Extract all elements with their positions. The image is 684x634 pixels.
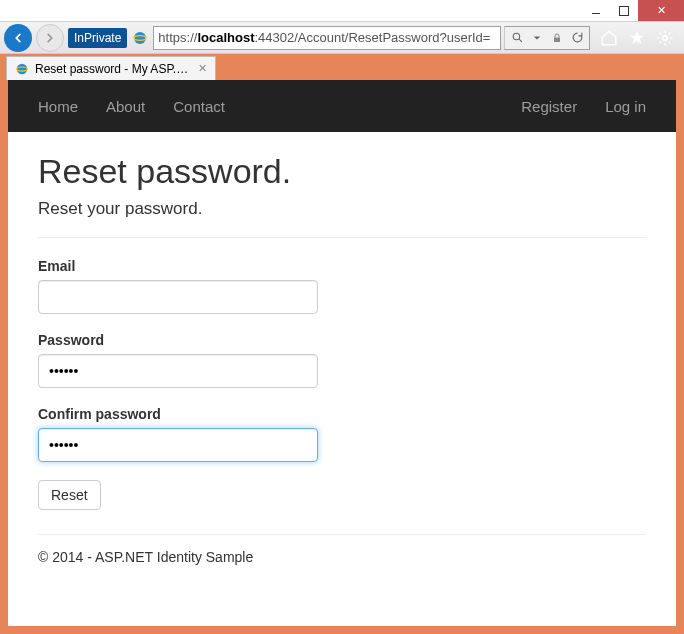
confirm-password-label: Confirm password xyxy=(38,406,646,422)
svg-point-2 xyxy=(513,33,520,40)
home-icon[interactable] xyxy=(600,29,618,47)
close-button[interactable] xyxy=(638,0,684,21)
password-label: Password xyxy=(38,332,646,348)
dropdown-icon[interactable] xyxy=(529,30,545,46)
address-bar[interactable]: https://localhost:44302/Account/ResetPas… xyxy=(153,26,501,50)
reset-button[interactable]: Reset xyxy=(38,480,101,510)
favicon-ie-icon xyxy=(15,62,29,76)
settings-icon[interactable] xyxy=(656,29,674,47)
back-button[interactable] xyxy=(4,24,32,52)
site-navbar: Home About Contact Register Log in xyxy=(8,80,676,132)
browser-tab[interactable]: Reset password - My ASP.N... ✕ xyxy=(6,56,216,80)
arrow-right-icon xyxy=(43,31,57,45)
svg-point-5 xyxy=(663,35,668,40)
svg-point-0 xyxy=(134,32,146,44)
favorites-icon[interactable] xyxy=(628,29,646,47)
url-path: :44302/Account/ResetPassword?userId= xyxy=(254,30,490,45)
nav-login[interactable]: Log in xyxy=(605,98,646,115)
toolbar-icons xyxy=(594,29,680,47)
browser-toolbar: InPrivate https://localhost:44302/Accoun… xyxy=(0,22,684,54)
forward-button[interactable] xyxy=(36,24,64,52)
page-heading: Reset password. xyxy=(38,152,646,191)
page-content: Reset password. Reset your password. Ema… xyxy=(8,132,676,585)
lock-icon[interactable] xyxy=(549,30,565,46)
email-input[interactable] xyxy=(38,280,318,314)
url-host: localhost xyxy=(197,30,254,45)
arrow-left-icon xyxy=(11,31,25,45)
tab-close-icon[interactable]: ✕ xyxy=(198,62,207,75)
nav-contact[interactable]: Contact xyxy=(173,98,225,115)
url-controls xyxy=(504,26,590,50)
maximize-button[interactable] xyxy=(610,0,638,21)
search-icon[interactable] xyxy=(509,30,525,46)
svg-point-6 xyxy=(17,63,28,74)
inprivate-badge: InPrivate xyxy=(68,28,127,48)
page-viewport: Home About Contact Register Log in Reset… xyxy=(8,80,676,626)
footer-divider xyxy=(38,534,646,535)
tab-bar: Reset password - My ASP.N... ✕ xyxy=(0,54,684,80)
minimize-button[interactable] xyxy=(582,0,610,21)
window-titlebar xyxy=(0,0,684,22)
divider xyxy=(38,237,646,238)
page-subtitle: Reset your password. xyxy=(38,199,646,219)
nav-register[interactable]: Register xyxy=(521,98,577,115)
footer-text: © 2014 - ASP.NET Identity Sample xyxy=(38,549,646,565)
password-input[interactable] xyxy=(38,354,318,388)
svg-rect-4 xyxy=(554,37,560,42)
confirm-password-input[interactable] xyxy=(38,428,318,462)
nav-about[interactable]: About xyxy=(106,98,145,115)
tab-title: Reset password - My ASP.N... xyxy=(35,62,192,76)
email-label: Email xyxy=(38,258,646,274)
refresh-icon[interactable] xyxy=(569,30,585,46)
url-protocol: https:// xyxy=(158,30,197,45)
svg-line-3 xyxy=(519,39,522,42)
nav-home[interactable]: Home xyxy=(38,98,78,115)
ie-logo-icon xyxy=(131,29,149,47)
